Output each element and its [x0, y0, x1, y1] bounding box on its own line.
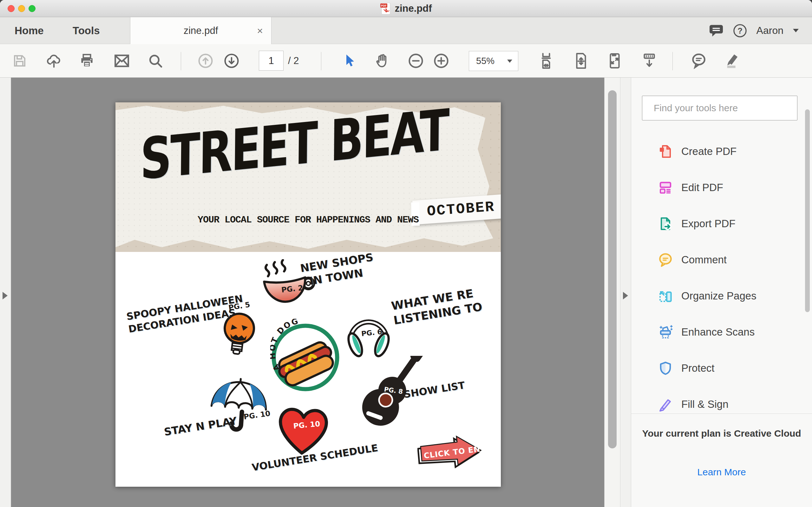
headphones-icon: PG. 6 [343, 302, 394, 359]
user-menu[interactable]: Aaron [757, 25, 783, 37]
expand-left-panel-arrow-icon[interactable] [3, 292, 8, 299]
svg-text:PDF: PDF [381, 4, 387, 7]
fullscreen-button[interactable] [607, 52, 623, 69]
toolbar-divider [321, 52, 321, 70]
tools-search-input[interactable] [642, 96, 798, 120]
zoom-out-button[interactable] [408, 53, 424, 69]
tab-home[interactable]: Home [14, 17, 44, 44]
comment-icon [658, 252, 673, 268]
zoom-in-icon [433, 53, 450, 69]
document-area[interactable]: STREET BEAT OCTOBER YOUR LOCAL SOURCE FO… [11, 78, 604, 507]
document-scrollbar[interactable] [604, 78, 620, 507]
svg-text:?: ? [738, 26, 743, 35]
print-button[interactable] [79, 53, 95, 69]
toolbar-divider [181, 52, 181, 70]
save-icon [12, 53, 27, 68]
toolbar: / 2 55% [0, 44, 812, 78]
enhance-scans-icon [658, 325, 673, 340]
share-upload-button[interactable] [46, 53, 62, 69]
sidebar-scrollbar-thumb[interactable] [805, 109, 810, 312]
cursor-arrow-icon [341, 53, 357, 69]
save-button[interactable] [12, 53, 27, 68]
fit-width-button[interactable] [538, 52, 554, 69]
titlebar: PDF zine.pdf [0, 0, 812, 17]
page-down-icon [223, 53, 240, 69]
create-pdf-icon [658, 144, 673, 159]
zoom-level-value: 55% [469, 56, 507, 66]
tool-label: Fill & Sign [681, 398, 728, 410]
tool-create-pdf[interactable]: Create PDF [631, 133, 812, 170]
envelope-icon [113, 53, 130, 68]
tool-fill-sign[interactable]: Fill & Sign [631, 386, 812, 413]
click-to-enter-arrow[interactable]: CLICK TO ENTER [417, 431, 487, 477]
tool-label: Comment [681, 254, 727, 266]
read-mode-button[interactable] [641, 52, 657, 69]
page-number-input[interactable] [259, 51, 284, 71]
search-icon [148, 53, 163, 69]
notifications-bubble-icon[interactable] [709, 24, 723, 38]
tab-document[interactable]: zine.pdf × [130, 17, 271, 44]
tool-label: Protect [681, 362, 715, 374]
zoom-out-icon [408, 53, 424, 69]
collapse-tools-panel-arrow-icon[interactable] [623, 292, 628, 299]
feature-label: NEW SHOPSIN TOWN [299, 251, 371, 289]
feature-page-label: PG. 6 [361, 328, 383, 338]
window-title: zine.pdf [395, 3, 432, 14]
tools-sidebar: Create PDF Edit PDF [631, 78, 812, 507]
tool-label: Enhance Scans [681, 326, 755, 338]
read-mode-icon [641, 52, 657, 69]
tool-export-pdf[interactable]: Export PDF [631, 206, 812, 242]
zoom-in-button[interactable] [433, 53, 450, 69]
protect-icon [658, 360, 673, 376]
hand-icon [374, 53, 390, 69]
selection-tool-button[interactable] [341, 53, 357, 69]
next-page-button[interactable] [223, 53, 240, 69]
tool-comment[interactable]: Comment [631, 242, 812, 278]
help-icon[interactable]: ? [733, 24, 747, 38]
search-button[interactable] [148, 53, 163, 69]
tab-close-icon[interactable]: × [257, 26, 263, 36]
hot-dog-badge: A HOT DOG [270, 319, 341, 394]
fullscreen-icon [607, 52, 623, 69]
tool-enhance-scans[interactable]: Enhance Scans [631, 314, 812, 350]
window-title-group: PDF zine.pdf [0, 0, 812, 17]
feature-label: WHAT WE RELISTENING TO [390, 286, 476, 328]
tool-protect[interactable]: Protect [631, 350, 812, 386]
zine-subtitle: YOUR LOCAL SOURCE FOR HAPPENINGS AND NEW… [115, 215, 501, 225]
sidebar-divider [631, 413, 812, 414]
tab-tools[interactable]: Tools [72, 17, 100, 44]
hand-tool-button[interactable] [374, 53, 390, 69]
print-icon [79, 53, 95, 69]
comment-bubble-icon [690, 53, 707, 69]
tool-label: Edit PDF [681, 181, 723, 193]
tabbar: Home Tools zine.pdf × ? Aaron [0, 17, 812, 44]
learn-more-link[interactable]: Learn More [631, 467, 812, 477]
highlight-tool-button[interactable] [724, 53, 741, 69]
previous-page-button[interactable] [197, 53, 214, 69]
email-button[interactable] [113, 53, 130, 68]
tool-label: Create PDF [681, 146, 737, 158]
toolbar-divider [672, 52, 673, 70]
tools-list: Create PDF Edit PDF [631, 133, 812, 413]
feature-label: SPOOPY HALLOWEENDECORATION IDEAS [125, 295, 230, 335]
comment-tool-button[interactable] [690, 53, 707, 69]
tool-organize-pages[interactable]: Organize Pages [631, 278, 812, 314]
acrobat-window: PDF zine.pdf Home Tools zine.pdf × ? Aar… [0, 0, 812, 507]
export-pdf-icon [658, 216, 673, 231]
zoom-caret-icon [507, 60, 512, 63]
fill-sign-icon [658, 397, 673, 412]
edit-pdf-icon [658, 180, 673, 195]
left-panel-gutter [0, 78, 11, 507]
tool-edit-pdf[interactable]: Edit PDF [631, 170, 812, 206]
scrollbar-thumb[interactable] [608, 90, 617, 448]
tabbar-right-cluster: ? Aaron [709, 17, 799, 44]
tool-label: Export PDF [681, 218, 735, 230]
user-menu-caret-icon[interactable] [793, 29, 799, 32]
page-number-field-wrap [259, 51, 284, 71]
zoom-level-select[interactable]: 55% [469, 51, 518, 71]
pdf-page: STREET BEAT OCTOBER YOUR LOCAL SOURCE FO… [115, 102, 501, 487]
tool-label: Organize Pages [681, 290, 757, 302]
organize-pages-icon [658, 288, 673, 303]
tab-document-label: zine.pdf [184, 25, 218, 37]
fit-page-button[interactable] [573, 52, 589, 69]
